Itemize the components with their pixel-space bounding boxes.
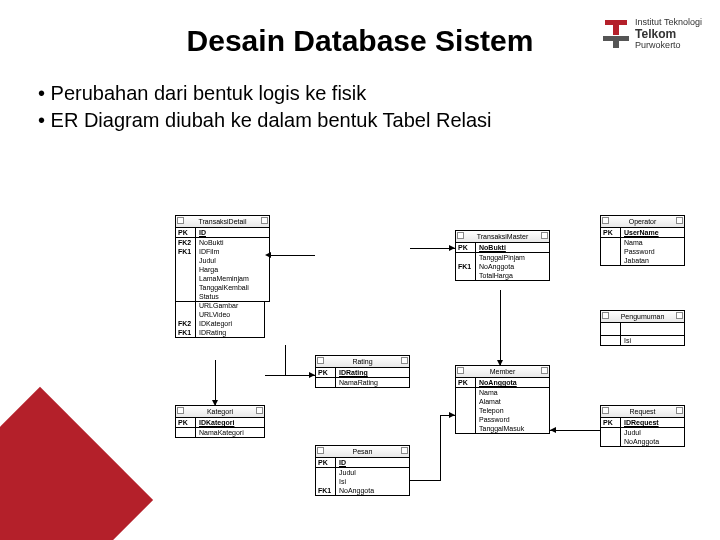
table-kategori: Kategori PKIDKategori NamaKategori bbox=[175, 405, 265, 438]
table-pengumuman: Pengumuman Isi bbox=[600, 310, 685, 346]
table-rating: Rating PKIDRating NamaRating bbox=[315, 355, 410, 388]
institution-logo: Institut Teknologi Telkom Purwokerto bbox=[603, 18, 702, 51]
bullet-item: Perubahan dari bentuk logis ke fisik bbox=[38, 82, 720, 105]
bullet-item: ER Diagram diubah ke dalam bentuk Tabel … bbox=[38, 109, 720, 132]
table-pesan: Pesan PKID Judul Isi FK1NoAnggota bbox=[315, 445, 410, 496]
table-transaksidetail: TransaksiDetail PKID FK2NoBukti FK1IDFil… bbox=[175, 215, 270, 302]
table-request: Request PKIDRequest Judul NoAnggota bbox=[600, 405, 685, 447]
logo-line3: Purwokerto bbox=[635, 41, 702, 51]
decoration-corner bbox=[0, 387, 153, 540]
bullet-list: Perubahan dari bentuk logis ke fisik ER … bbox=[38, 82, 720, 132]
table-operator: Operator PKUserName Nama Password Jabata… bbox=[600, 215, 685, 266]
er-diagram: Film PKIDFilm Judul Tipe TanggalMasuk Ha… bbox=[175, 215, 705, 535]
table-member: Member PKNoAnggota Nama Alamat Telepon P… bbox=[455, 365, 550, 434]
logo-mark bbox=[603, 20, 629, 48]
table-transaksimaster: TransaksiMaster PKNoBukti TanggalPinjam … bbox=[455, 230, 550, 281]
